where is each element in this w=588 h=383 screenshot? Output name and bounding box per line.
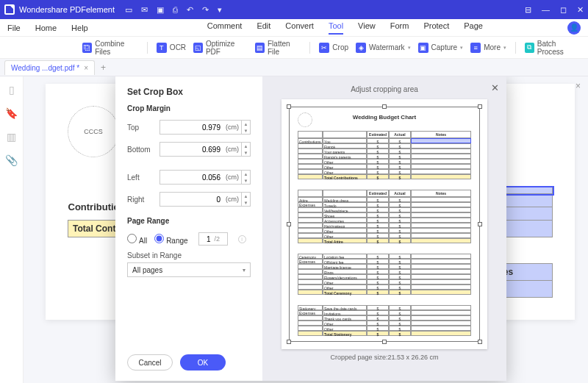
top-value[interactable]	[160, 124, 223, 132]
bookmarks-icon[interactable]: 🔖	[5, 107, 18, 119]
menu-tool[interactable]: Tool	[329, 21, 343, 35]
undo-icon[interactable]: ↶	[187, 5, 193, 15]
menu-convert[interactable]: Convert	[285, 21, 314, 35]
feedback-icon[interactable]: ⊟	[525, 5, 531, 15]
minimize-icon[interactable]: —	[542, 5, 550, 14]
step-up-icon[interactable]: ▲	[242, 193, 250, 199]
watermark-icon: ◈	[356, 43, 366, 53]
menu-help[interactable]: Help	[71, 24, 88, 32]
input-bottom[interactable]: (cm) ▲▼	[159, 142, 251, 157]
right-value[interactable]	[160, 196, 223, 204]
more-icon: ≡	[470, 43, 481, 53]
step-up-icon[interactable]: ▲	[242, 143, 250, 149]
tool-capture[interactable]: ▣Capture▾	[418, 43, 464, 53]
crop-preview[interactable]: Wedding Budget Chart EstimatedActualNote…	[282, 99, 487, 349]
range-input[interactable]: /2	[198, 232, 228, 246]
quick-access-toolbar: ▭ ✉ ▣ ⎙ ↶ ↷ ▾	[125, 5, 222, 15]
cancel-button[interactable]: Cancel	[127, 354, 173, 371]
label-top: Top	[127, 124, 159, 132]
qat-dropdown-icon[interactable]: ▾	[218, 5, 222, 15]
layers-icon[interactable]: ▥	[7, 131, 16, 143]
step-up-icon[interactable]: ▲	[242, 121, 250, 127]
subset-value: All pages	[132, 266, 162, 274]
radio-range[interactable]: Range	[154, 234, 187, 245]
step-down-icon[interactable]: ▼	[242, 199, 250, 206]
tool-optimize[interactable]: ◱Optimize PDF	[193, 40, 248, 56]
close-window-icon[interactable]: ✕	[577, 5, 584, 15]
flatten-icon: ▤	[255, 43, 265, 53]
app-name: Wondershare PDFelement	[19, 5, 115, 14]
handle-e[interactable]	[478, 222, 482, 226]
tab-label: Wedding ...dget.pdf *	[11, 64, 79, 72]
step-up-icon[interactable]: ▲	[242, 171, 250, 177]
new-tab-button[interactable]: +	[101, 62, 106, 73]
input-right[interactable]: (cm) ▲▼	[159, 192, 251, 207]
info-icon[interactable]: i	[238, 235, 246, 243]
dialog-title: Set Crop Box	[127, 87, 251, 97]
menu-home[interactable]: Home	[35, 24, 57, 32]
handle-ne[interactable]	[478, 104, 482, 109]
menu-form[interactable]: Form	[390, 21, 409, 35]
dialog-close-icon[interactable]: ✕	[491, 82, 499, 93]
subset-select[interactable]: All pages ▾	[127, 262, 251, 277]
tool-watermark[interactable]: ◈Watermark▾	[356, 43, 411, 53]
menu-file[interactable]: File	[7, 24, 21, 32]
tab-strip: Wedding ...dget.pdf * × +	[0, 59, 588, 76]
tool-more[interactable]: ≡More▾	[470, 43, 506, 53]
menu-page[interactable]: Page	[464, 21, 483, 35]
side-panel: ▯ 🔖 ▥ 📎	[0, 76, 24, 383]
tool-crop[interactable]: ✂Crop	[319, 43, 348, 53]
menu-protect[interactable]: Protect	[423, 21, 449, 35]
handle-sw[interactable]	[287, 340, 291, 344]
handle-n[interactable]	[382, 104, 387, 109]
attachments-icon[interactable]: 📎	[5, 154, 18, 166]
handle-nw[interactable]	[287, 104, 291, 109]
step-down-icon[interactable]: ▼	[242, 177, 250, 184]
left-value[interactable]	[160, 173, 223, 182]
tool-ocr[interactable]: TOCR	[157, 43, 186, 53]
redo-icon[interactable]: ↷	[202, 5, 209, 15]
label-left: Left	[127, 173, 159, 182]
crop-dialog: ✕ Set Crop Box Crop Margin Top (cm) ▲▼ B…	[115, 76, 506, 381]
open-icon[interactable]: ▭	[125, 5, 132, 15]
label-right: Right	[127, 196, 159, 204]
step-down-icon[interactable]: ▼	[242, 127, 250, 134]
menu-view[interactable]: View	[358, 21, 376, 35]
save-icon[interactable]: ✉	[141, 5, 148, 15]
thumbnails-icon[interactable]: ▯	[9, 84, 15, 96]
tool-combine-files[interactable]: ⿻Combine Files	[82, 40, 138, 56]
maximize-icon[interactable]: ◻	[560, 5, 567, 15]
cccs-logo: CCCS	[68, 106, 119, 157]
combine-icon: ⿻	[82, 43, 92, 53]
radio-all[interactable]: All	[127, 234, 147, 245]
menu-edit[interactable]: Edit	[257, 21, 270, 35]
close-tab-icon[interactable]: ×	[84, 64, 88, 72]
user-avatar[interactable]: 👤	[567, 21, 581, 35]
tool-batch-process[interactable]: ⧉Batch Process	[525, 40, 581, 56]
handle-se[interactable]	[478, 340, 482, 344]
bottom-value[interactable]	[160, 146, 223, 154]
crop-margin-heading: Crop Margin	[127, 104, 251, 112]
batch-icon: ⧉	[525, 43, 534, 53]
ok-button[interactable]: OK	[180, 354, 226, 371]
input-top[interactable]: (cm) ▲▼	[159, 120, 251, 135]
tool-flatten[interactable]: ▤Flatten File	[255, 40, 301, 56]
unit-cm: (cm)	[223, 124, 241, 131]
range-total: /2	[215, 235, 220, 243]
print-icon[interactable]: ⎙	[173, 5, 178, 15]
capture-icon: ▣	[418, 43, 429, 53]
handle-s[interactable]	[382, 340, 387, 344]
toolbar: ⿻Combine Files TOCR ◱Optimize PDF ▤Flatt…	[0, 37, 588, 59]
mail-icon[interactable]: ▣	[157, 5, 164, 15]
preview-logo	[298, 112, 312, 127]
preview-page: Wedding Budget Chart EstimatedActualNote…	[292, 110, 477, 339]
document-tab[interactable]: Wedding ...dget.pdf * ×	[4, 60, 95, 75]
menu-comment[interactable]: Comment	[207, 21, 243, 35]
handle-w[interactable]	[287, 222, 291, 226]
input-left[interactable]: (cm) ▲▼	[159, 170, 251, 185]
step-down-icon[interactable]: ▼	[242, 149, 250, 156]
optimize-icon: ◱	[193, 43, 203, 53]
chevron-down-icon: ▾	[408, 45, 411, 51]
crop-icon: ✂	[319, 43, 329, 53]
close-panel-icon[interactable]: ×	[576, 81, 581, 91]
